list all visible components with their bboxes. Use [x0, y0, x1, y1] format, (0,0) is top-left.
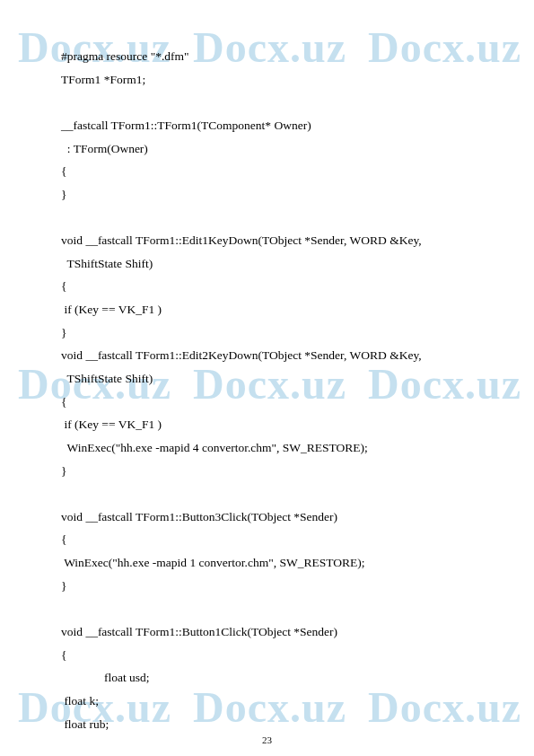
- code-line: {: [61, 391, 480, 414]
- code-line: if (Key == VK_F1 ): [61, 413, 480, 436]
- code-line: TForm1 *Form1;: [61, 68, 480, 92]
- code-line: if (Key == VK_F1 ): [61, 298, 480, 321]
- code-line: void __fastcall TForm1::Edit1KeyDown(TOb…: [61, 229, 480, 252]
- code-line: TShiftState Shift): [61, 252, 480, 276]
- code-line: {: [61, 528, 480, 551]
- code-line: #pragma resource "*.dfm": [61, 45, 480, 68]
- code-content: #pragma resource "*.dfm" TForm1 *Form1; …: [61, 45, 480, 735]
- blank-line: [61, 91, 480, 114]
- code-line: void __fastcall TForm1::Button3Click(TOb…: [61, 505, 480, 529]
- blank-line: [61, 206, 480, 229]
- code-line: __fastcall TForm1::TForm1(TComponent* Ow…: [61, 114, 480, 137]
- code-line: void __fastcall TForm1::Edit2KeyDown(TOb…: [61, 344, 480, 367]
- code-line: void __fastcall TForm1::Button1Click(TOb…: [61, 620, 480, 644]
- code-line: }: [61, 183, 480, 207]
- code-line: float rub;: [61, 713, 480, 736]
- code-line: }: [61, 460, 480, 483]
- code-line: float k;: [61, 690, 480, 713]
- code-line: WinExec("hh.exe -mapid 4 convertor.chm",…: [61, 436, 480, 460]
- code-line: WinExec("hh.exe -mapid 1 convertor.chm",…: [61, 551, 480, 575]
- code-line: {: [61, 644, 480, 667]
- code-line: float usd;: [61, 666, 480, 690]
- code-line: TShiftState Shift): [61, 367, 480, 391]
- page-number: 23: [262, 734, 272, 745]
- code-line: : TForm(Owner): [61, 137, 480, 161]
- blank-line: [61, 597, 480, 620]
- code-line: {: [61, 160, 480, 183]
- blank-line: [61, 482, 480, 505]
- code-line: }: [61, 575, 480, 598]
- code-line: }: [61, 321, 480, 345]
- code-line: {: [61, 275, 480, 298]
